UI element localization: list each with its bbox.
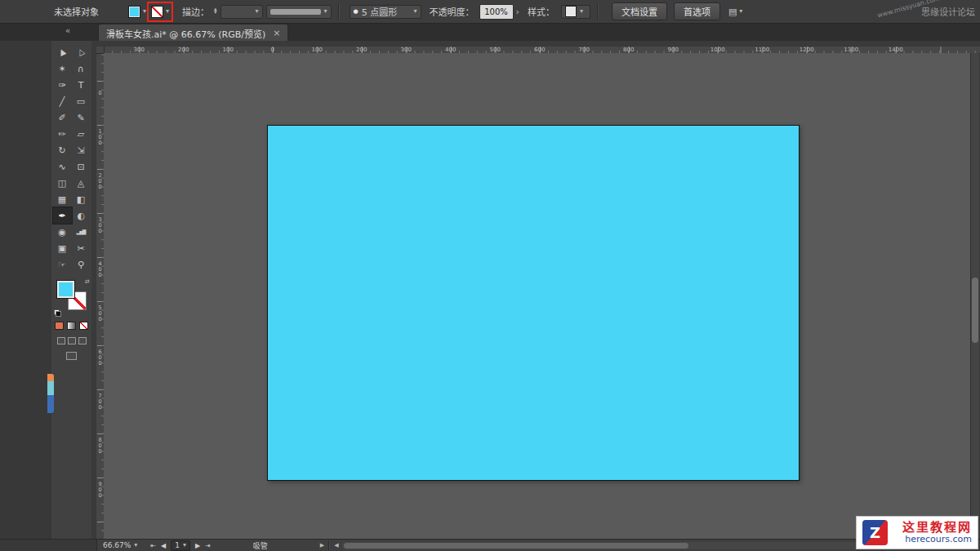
draw-normal-button[interactable]: [57, 337, 65, 344]
chevron-down-icon: ▾: [143, 8, 146, 15]
vertical-ruler-labels: 0100200300400500600700800900: [96, 53, 104, 511]
tutorial-logo-texts: 这里教程网 herecours.com: [893, 521, 972, 544]
slice-tool[interactable]: ✂: [72, 240, 91, 256]
document-setup-button[interactable]: 文档设置: [612, 2, 667, 20]
opacity-input[interactable]: [479, 4, 514, 20]
first-artboard-icon[interactable]: ⇤: [150, 542, 156, 549]
next-artboard-icon[interactable]: ▶: [195, 542, 200, 549]
arrange-documents-control[interactable]: ▤ ▾: [720, 7, 742, 17]
default-fill-stroke-icon[interactable]: [54, 309, 61, 317]
ruler-label: 1400: [874, 47, 919, 53]
separator: [597, 4, 599, 19]
line-segment-tool[interactable]: ╱: [53, 93, 72, 109]
previous-artboard-icon[interactable]: ◀: [161, 542, 166, 549]
collapse-panels-icon[interactable]: «: [65, 26, 70, 35]
blend-tool[interactable]: ◐: [72, 207, 91, 224]
lasso-tool[interactable]: ∩: [72, 60, 91, 77]
chevron-down-icon: ▾: [134, 542, 137, 549]
document-tab-bar: « 滑板车女孩.ai* @ 66.67% (RGB/预览) ×: [0, 24, 980, 42]
column-graph-tool[interactable]: ▂▅▇: [72, 224, 91, 240]
eraser-tool[interactable]: ▱: [72, 126, 91, 142]
tutorial-logo-url: herecours.com: [905, 535, 972, 544]
fill-indicator-swatch[interactable]: [56, 280, 75, 299]
chevron-down-icon: ▾: [183, 542, 186, 549]
status-expand-icon[interactable]: ▶: [320, 542, 324, 549]
document-tab[interactable]: 滑板车女孩.ai* @ 66.67% (RGB/预览) ×: [98, 24, 288, 42]
ruler-label: 800: [96, 423, 104, 467]
shape-builder-tool[interactable]: ◫: [53, 175, 72, 191]
close-icon[interactable]: ×: [273, 28, 280, 38]
vertical-scrollbar[interactable]: [970, 53, 979, 539]
hscroll-left-icon[interactable]: ◀: [334, 542, 338, 549]
ruler-label: 300: [384, 47, 429, 53]
draw-inside-button[interactable]: [78, 337, 87, 344]
last-artboard-icon[interactable]: ⇥: [205, 542, 211, 549]
ruler-label: 0: [251, 47, 296, 53]
draw-behind-button[interactable]: [68, 337, 76, 344]
illustrator-window: 未选择对象 ▾ ▾ 描边： ▴ ▾ ▾ ▾ ● 5 点圆形 ▾ 不透明度：: [0, 0, 980, 551]
gradient-tool[interactable]: ◧: [72, 191, 91, 207]
stroke-weight-dropdown[interactable]: ▾: [220, 5, 263, 19]
rotate-tool[interactable]: ↻: [53, 142, 72, 158]
tool-grid: ▶▷✶∩✑T╱▭✐✎✏▱↻⇲∿⊡◫◬▦◧✒◐◉▂▅▇▣✂☞⚲: [53, 44, 91, 273]
symbol-sprayer-tool[interactable]: ◉: [53, 224, 72, 240]
scale-tool[interactable]: ⇲: [72, 142, 91, 158]
ruler-label: 800: [607, 47, 652, 53]
ruler-label: 100: [295, 47, 340, 53]
collapsed-panel-tab[interactable]: [47, 374, 54, 413]
paintbrush-tool[interactable]: ✐: [53, 109, 72, 126]
ruler-label: 900: [96, 467, 104, 511]
gradient-button[interactable]: [67, 322, 76, 330]
free-transform-tool[interactable]: ⊡: [72, 158, 91, 175]
vertical-scrollbar-thumb[interactable]: [972, 278, 978, 343]
rectangle-tool[interactable]: ▭: [72, 93, 91, 109]
canvas[interactable]: [104, 53, 970, 539]
chevron-down-icon: ▾: [166, 8, 169, 15]
artboard[interactable]: [267, 125, 800, 481]
opacity-panel-arrow-icon[interactable]: ›: [516, 7, 519, 17]
control-bar: 未选择对象 ▾ ▾ 描边： ▴ ▾ ▾ ▾ ● 5 点圆形 ▾ 不透明度：: [0, 0, 980, 24]
stepper-down-icon[interactable]: ▾: [214, 11, 217, 15]
selection-tool[interactable]: ▶: [53, 44, 72, 60]
type-tool[interactable]: T: [72, 77, 91, 93]
style-dropdown[interactable]: ▾: [561, 5, 590, 19]
perspective-grid-tool[interactable]: ◬: [72, 175, 91, 191]
pencil-tool[interactable]: ✎: [72, 109, 91, 126]
stroke-profile-dropdown[interactable]: ▾: [266, 5, 332, 19]
blob-brush-tool[interactable]: ✏: [53, 126, 72, 142]
ruler-label: 500: [96, 291, 104, 335]
none-button[interactable]: [79, 322, 88, 330]
document-title: 滑板车女孩.ai* @ 66.67% (RGB/预览): [106, 27, 265, 40]
horizontal-scrollbar-thumb[interactable]: [344, 543, 688, 549]
ruler-label: 900: [651, 47, 696, 53]
fill-color-control[interactable]: ▾: [128, 6, 146, 18]
zoom-control[interactable]: 66.67% ▾: [103, 541, 137, 549]
color-button[interactable]: [55, 322, 64, 330]
preferences-button[interactable]: 首选项: [674, 2, 720, 20]
mesh-tool[interactable]: ▦: [53, 191, 72, 207]
stroke-none-swatch[interactable]: [151, 6, 163, 18]
artboard-tool[interactable]: ▣: [53, 240, 72, 256]
eyedropper-tool[interactable]: ✒: [53, 207, 72, 224]
left-dock-gutter: [0, 41, 51, 551]
fill-swatch[interactable]: [128, 6, 140, 18]
screen-mode-button[interactable]: [66, 352, 77, 360]
direct-selection-tool[interactable]: ▷: [72, 44, 91, 60]
ruler-label: 400: [96, 247, 104, 291]
hand-tool[interactable]: ☞: [53, 256, 72, 273]
chevron-down-icon: ▾: [324, 8, 327, 15]
swap-fill-stroke-icon[interactable]: ⇄: [85, 278, 90, 285]
stroke-color-control-highlighted[interactable]: ▾: [151, 6, 169, 18]
stroke-weight-stepper[interactable]: ▴ ▾: [214, 8, 217, 15]
tools-panel: ▶▷✶∩✑T╱▭✐✎✏▱↻⇲∿⊡◫◬▦◧✒◐◉▂▅▇▣✂☞⚲ ⇄: [51, 41, 92, 539]
brush-definition-dropdown[interactable]: ● 5 点圆形 ▾: [350, 5, 421, 19]
status-tool-field[interactable]: 吸管: [253, 540, 268, 551]
zoom-tool[interactable]: ⚲: [72, 256, 91, 273]
status-bar: 66.67% ▾ ⇤ ◀ 1 ▾ ▶ ⇥ 吸管 ▶ ◀: [0, 539, 980, 551]
magic-wand-tool[interactable]: ✶: [53, 60, 72, 77]
artboard-number-dropdown[interactable]: 1 ▾: [171, 540, 190, 551]
pen-tool[interactable]: ✑: [53, 77, 72, 93]
ruler-label: 200: [96, 158, 104, 202]
width-tool[interactable]: ∿: [53, 158, 72, 175]
ruler-label: 100: [206, 47, 251, 53]
